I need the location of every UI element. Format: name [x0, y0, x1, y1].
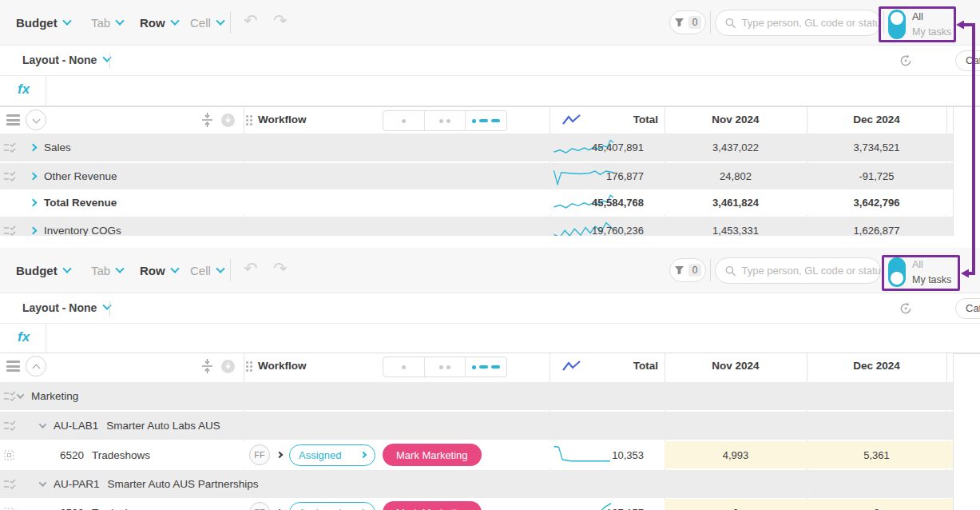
row-label[interactable]: Tradeshows [92, 507, 150, 510]
row-tasks-icon[interactable] [4, 420, 17, 431]
dec-cell[interactable]: -91,725 [807, 163, 946, 189]
formula-bar[interactable]: fx [0, 76, 980, 106]
row-cell-icon[interactable] [4, 508, 14, 510]
row-label[interactable]: Total Revenue [44, 197, 117, 209]
table-row[interactable]: AU-PAR1 Smarter Auto AUS Partnerships [0, 470, 953, 498]
workflow-status-pill[interactable]: Assigned [289, 502, 375, 510]
collapse-chevron-icon[interactable] [39, 479, 47, 487]
undo-button[interactable]: ↶ [244, 259, 258, 278]
collapse-all-button[interactable] [26, 110, 46, 130]
history-icon[interactable] [220, 113, 236, 128]
row-tasks-icon[interactable] [4, 391, 17, 401]
table-row[interactable]: Other Revenue 176,877 24,802 -91,725 [0, 163, 953, 189]
menu-row[interactable]: Row [140, 16, 178, 30]
dec-cell[interactable]: 0 [807, 499, 946, 510]
fit-rows-icon[interactable] [201, 113, 213, 127]
nov-cell[interactable]: 4,993 [665, 441, 807, 468]
collapse-all-button[interactable] [26, 356, 46, 377]
mark-marketing-button[interactable]: Mark Marketing [383, 501, 482, 510]
density-option-medium[interactable] [425, 111, 466, 130]
fit-rows-icon[interactable] [201, 359, 213, 373]
redo-button[interactable]: ↷ [273, 259, 288, 278]
nov-cell[interactable]: 24,802 [665, 163, 807, 189]
menu-budget[interactable]: Budget [16, 16, 70, 30]
menu-cell[interactable]: Cell [190, 264, 224, 277]
density-option-compact[interactable] [383, 357, 425, 377]
categories-button[interactable]: Cat [955, 298, 980, 319]
table-row[interactable]: 6520 Tradeshows FF Assigned Mark Marketi… [0, 499, 953, 510]
row-tasks-icon[interactable] [4, 479, 17, 489]
dec-cell[interactable]: 1,626,877 [807, 217, 946, 236]
menu-row[interactable]: Row [140, 264, 178, 277]
total-cell[interactable]: 45,407,891 [550, 133, 665, 161]
gl-code[interactable]: 6520 [60, 449, 84, 461]
expand-chevron-icon[interactable] [30, 173, 38, 181]
hamburger-menu-icon[interactable] [6, 361, 20, 372]
nov-cell[interactable]: 1,453,331 [665, 217, 807, 236]
mark-marketing-button[interactable]: Mark Marketing [383, 444, 482, 466]
row-cell-icon[interactable] [4, 450, 14, 460]
table-row[interactable]: Total Revenue 45,584,768 3,461,824 3,642… [0, 189, 953, 215]
redo-button[interactable]: ↷ [273, 11, 288, 30]
collapse-chevron-icon[interactable] [39, 420, 47, 428]
row-label[interactable]: Smarter Auto Labs AUS [106, 420, 220, 432]
history-refresh-icon[interactable] [899, 301, 913, 316]
menu-budget[interactable]: Budget [16, 264, 70, 277]
total-cell[interactable]: 127,157 [550, 499, 665, 510]
expand-chevron-icon[interactable] [30, 227, 38, 235]
density-option-medium[interactable] [425, 357, 466, 377]
drag-handle-icon[interactable] [246, 115, 253, 126]
density-option-detailed[interactable] [466, 111, 506, 130]
density-option-compact[interactable] [383, 111, 425, 130]
row-tasks-icon[interactable] [4, 225, 17, 236]
collapse-chevron-icon[interactable] [17, 391, 25, 399]
table-row[interactable]: 6520 Tradeshows FF Assigned Mark Marketi… [0, 441, 953, 468]
undo-button[interactable]: ↶ [244, 11, 258, 30]
table-row[interactable]: Sales 45,407,891 3,437,022 3,734,521 [0, 133, 953, 161]
row-label[interactable]: Sales [44, 141, 71, 153]
expand-chevron-icon[interactable] [30, 144, 38, 152]
nov-cell[interactable]: 0 [665, 499, 807, 510]
menu-tab[interactable]: Tab [91, 16, 123, 30]
assignee-avatar[interactable]: FF [249, 444, 270, 465]
expand-chevron-icon[interactable] [30, 198, 38, 206]
row-label[interactable]: Marketing [31, 390, 78, 402]
total-cell[interactable]: 10,353 [550, 441, 665, 468]
row-label[interactable]: Other Revenue [44, 170, 117, 182]
table-row[interactable]: Marketing [0, 382, 953, 410]
menu-tab[interactable]: Tab [91, 264, 123, 277]
dec-cell[interactable]: 3,734,521 [807, 133, 946, 161]
categories-button[interactable]: Cat [955, 50, 980, 71]
menu-cell[interactable]: Cell [190, 16, 224, 30]
assignee-avatar[interactable]: FF [249, 502, 270, 510]
formula-bar[interactable]: fx [0, 324, 980, 354]
dec-cell[interactable]: 5,361 [807, 441, 946, 468]
row-label[interactable]: Smarter Auto AUS Partnerships [108, 478, 259, 490]
gl-code[interactable]: AU-PAR1 [54, 478, 100, 490]
layout-selector[interactable]: Layout - None [22, 301, 110, 314]
search-input[interactable]: Type person, GL code or status [715, 10, 881, 36]
search-input[interactable]: Type person, GL code or status [715, 257, 881, 284]
table-row[interactable]: AU-LAB1 Smarter Auto Labs AUS [0, 412, 953, 440]
dec-cell[interactable]: 3,642,796 [807, 189, 946, 215]
history-refresh-icon[interactable] [899, 54, 913, 68]
total-cell[interactable]: 45,584,768 [550, 189, 665, 215]
nov-cell[interactable]: 3,461,824 [665, 189, 807, 215]
gl-code[interactable]: AU-LAB1 [54, 420, 98, 432]
total-cell[interactable]: 176,877 [550, 163, 665, 189]
workflow-status-pill[interactable]: Assigned [289, 444, 375, 466]
history-icon[interactable] [220, 359, 236, 374]
density-option-detailed[interactable] [466, 357, 506, 377]
nov-cell[interactable]: 3,437,022 [665, 133, 807, 161]
drag-handle-icon[interactable] [246, 361, 253, 372]
layout-selector[interactable]: Layout - None [22, 54, 110, 66]
row-tasks-icon[interactable] [4, 142, 17, 153]
table-row[interactable]: Inventory COGs 19,760,236 1,453,331 1,62… [0, 217, 953, 236]
hamburger-menu-icon[interactable] [6, 114, 20, 126]
gl-code[interactable]: 6520 [60, 507, 84, 510]
total-cell[interactable]: 19,760,236 [550, 217, 665, 236]
row-label[interactable]: Tradeshows [92, 449, 150, 461]
filter-button[interactable]: 0 [669, 10, 706, 34]
filter-button[interactable]: 0 [669, 258, 706, 282]
row-tasks-icon[interactable] [4, 171, 17, 181]
